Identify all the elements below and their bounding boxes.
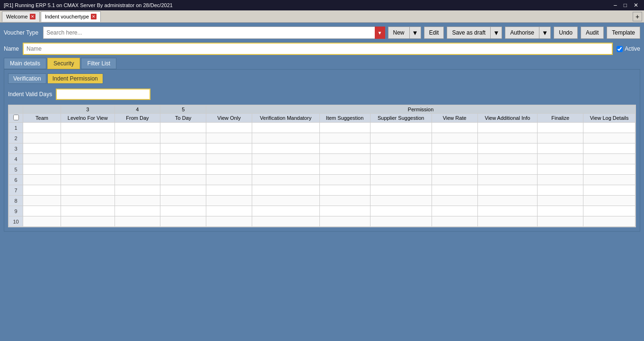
table-cell[interactable] — [477, 175, 538, 185]
undo-button[interactable]: Undo — [554, 27, 578, 39]
table-cell[interactable] — [252, 123, 319, 133]
new-dropdown-arrow[interactable]: ▼ — [409, 27, 421, 39]
table-cell[interactable] — [115, 123, 160, 133]
table-cell[interactable] — [477, 185, 538, 196]
table-cell[interactable] — [206, 154, 252, 164]
tab-indent-close[interactable]: ✕ — [91, 14, 97, 19]
authorise-button[interactable]: Authorise — [505, 27, 539, 39]
table-cell[interactable] — [61, 206, 115, 216]
table-cell[interactable] — [319, 175, 370, 185]
table-cell[interactable] — [115, 154, 160, 164]
table-cell[interactable] — [61, 185, 115, 196]
table-cell[interactable] — [23, 154, 61, 164]
table-cell[interactable] — [432, 144, 477, 154]
authorise-dropdown[interactable]: ▼ — [539, 27, 551, 39]
table-cell[interactable] — [160, 164, 206, 175]
table-cell[interactable] — [432, 196, 477, 206]
table-cell[interactable] — [23, 185, 61, 196]
table-cell[interactable] — [319, 196, 370, 206]
table-cell[interactable] — [370, 185, 432, 196]
tab-welcome[interactable]: Welcome ✕ — [2, 11, 40, 22]
table-cell[interactable] — [538, 154, 583, 164]
table-cell[interactable] — [370, 164, 432, 175]
table-cell[interactable] — [432, 164, 477, 175]
indent-days-input[interactable] — [56, 89, 150, 100]
table-cell[interactable] — [583, 144, 635, 154]
close-button[interactable]: ✕ — [632, 2, 640, 9]
table-cell[interactable] — [160, 216, 206, 227]
new-button[interactable]: New — [388, 27, 409, 39]
tab-welcome-close[interactable]: ✕ — [30, 14, 35, 19]
table-cell[interactable] — [23, 206, 61, 216]
table-cell[interactable] — [252, 164, 319, 175]
table-cell[interactable] — [370, 175, 432, 185]
table-cell[interactable] — [206, 216, 252, 227]
name-input[interactable] — [23, 43, 613, 55]
table-cell[interactable] — [432, 175, 477, 185]
template-button[interactable]: Template — [607, 27, 640, 39]
table-cell[interactable] — [538, 133, 583, 144]
table-cell[interactable] — [477, 133, 538, 144]
table-cell[interactable] — [538, 164, 583, 175]
audit-button[interactable]: Audit — [581, 27, 604, 39]
table-cell[interactable] — [206, 196, 252, 206]
table-cell[interactable] — [61, 216, 115, 227]
table-cell[interactable] — [23, 133, 61, 144]
table-cell[interactable] — [583, 133, 635, 144]
table-cell[interactable] — [538, 206, 583, 216]
table-cell[interactable] — [370, 154, 432, 164]
table-cell[interactable] — [252, 175, 319, 185]
table-cell[interactable] — [538, 196, 583, 206]
table-cell[interactable] — [206, 133, 252, 144]
table-cell[interactable] — [252, 144, 319, 154]
save-draft-dropdown[interactable]: ▼ — [490, 27, 502, 39]
table-cell[interactable] — [115, 206, 160, 216]
table-cell[interactable] — [538, 175, 583, 185]
table-cell[interactable] — [477, 154, 538, 164]
table-cell[interactable] — [370, 196, 432, 206]
tab-security[interactable]: Security — [47, 58, 80, 69]
table-cell[interactable] — [115, 133, 160, 144]
table-cell[interactable] — [115, 175, 160, 185]
table-cell[interactable] — [319, 206, 370, 216]
active-checkbox[interactable] — [617, 46, 623, 52]
table-cell[interactable] — [252, 154, 319, 164]
table-cell[interactable] — [115, 144, 160, 154]
search-input[interactable] — [43, 27, 385, 39]
table-cell[interactable] — [583, 196, 635, 206]
table-cell[interactable] — [432, 216, 477, 227]
tab-indent-vouchertype[interactable]: Indent vouchertype ✕ — [41, 11, 101, 22]
table-cell[interactable] — [206, 185, 252, 196]
tab-main-details[interactable]: Main details — [4, 58, 46, 69]
table-cell[interactable] — [252, 133, 319, 144]
table-cell[interactable] — [538, 123, 583, 133]
table-cell[interactable] — [61, 133, 115, 144]
table-cell[interactable] — [538, 185, 583, 196]
table-cell[interactable] — [115, 185, 160, 196]
table-cell[interactable] — [61, 175, 115, 185]
table-cell[interactable] — [538, 144, 583, 154]
table-cell[interactable] — [583, 164, 635, 175]
table-cell[interactable] — [61, 196, 115, 206]
table-cell[interactable] — [160, 144, 206, 154]
table-cell[interactable] — [477, 206, 538, 216]
table-cell[interactable] — [370, 123, 432, 133]
table-cell[interactable] — [23, 196, 61, 206]
table-cell[interactable] — [477, 216, 538, 227]
table-cell[interactable] — [115, 216, 160, 227]
table-cell[interactable] — [370, 133, 432, 144]
table-cell[interactable] — [23, 175, 61, 185]
table-cell[interactable] — [477, 196, 538, 206]
save-as-draft-button[interactable]: Save as draft — [447, 27, 490, 39]
table-cell[interactable] — [583, 175, 635, 185]
table-cell[interactable] — [160, 123, 206, 133]
table-cell[interactable] — [370, 206, 432, 216]
table-cell[interactable] — [206, 144, 252, 154]
edit-button[interactable]: Edit — [424, 27, 444, 39]
table-cell[interactable] — [160, 154, 206, 164]
search-dropdown-button[interactable]: ▼ — [375, 27, 385, 39]
table-cell[interactable] — [160, 196, 206, 206]
table-cell[interactable] — [432, 185, 477, 196]
table-cell[interactable] — [23, 144, 61, 154]
table-cell[interactable] — [206, 164, 252, 175]
